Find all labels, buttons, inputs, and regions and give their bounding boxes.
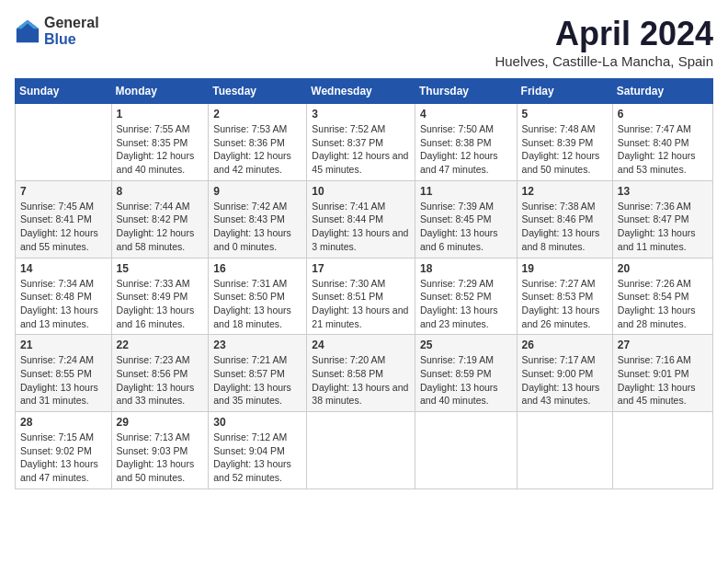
logo-text: General Blue (44, 15, 99, 47)
weekday-header-saturday: Saturday (612, 79, 712, 104)
day-info: Sunrise: 7:42 AM Sunset: 8:43 PM Dayligh… (213, 200, 301, 254)
day-info: Sunrise: 7:39 AM Sunset: 8:45 PM Dayligh… (420, 200, 512, 254)
day-number: 30 (213, 416, 301, 429)
daylight-text: Daylight: 13 hours and 45 minutes. (618, 381, 708, 408)
calendar-cell: 30 Sunrise: 7:12 AM Sunset: 9:04 PM Dayl… (209, 412, 307, 489)
logo-blue-text: Blue (44, 31, 99, 48)
sunrise-text: Sunrise: 7:23 AM (117, 353, 204, 367)
month-title: April 2024 (495, 15, 713, 53)
weekday-header-friday: Friday (517, 79, 612, 104)
calendar-cell: 25 Sunrise: 7:19 AM Sunset: 8:59 PM Dayl… (415, 335, 517, 412)
sunrise-text: Sunrise: 7:15 AM (20, 431, 107, 444)
day-number: 17 (312, 262, 410, 275)
sunset-text: Sunset: 8:43 PM (213, 213, 301, 226)
daylight-text: Daylight: 13 hours and 18 minutes. (213, 304, 301, 330)
sunrise-text: Sunrise: 7:33 AM (117, 277, 204, 291)
daylight-text: Daylight: 12 hours and 53 minutes. (618, 149, 708, 176)
day-number: 15 (117, 262, 204, 275)
day-number: 5 (522, 108, 608, 121)
calendar-cell: 16 Sunrise: 7:31 AM Sunset: 8:50 PM Dayl… (209, 258, 307, 335)
day-number: 28 (20, 416, 107, 429)
sunrise-text: Sunrise: 7:48 AM (522, 122, 608, 136)
day-number: 11 (420, 185, 512, 198)
day-number: 14 (20, 262, 107, 275)
calendar-cell (16, 104, 112, 181)
sunset-text: Sunset: 8:45 PM (420, 213, 512, 226)
day-number: 4 (420, 108, 512, 121)
daylight-text: Daylight: 13 hours and 47 minutes. (20, 457, 107, 484)
sunrise-text: Sunrise: 7:24 AM (20, 353, 107, 367)
sunrise-text: Sunrise: 7:30 AM (312, 277, 410, 291)
day-info: Sunrise: 7:20 AM Sunset: 8:58 PM Dayligh… (312, 353, 410, 408)
weekday-header-monday: Monday (111, 79, 209, 104)
sunrise-text: Sunrise: 7:45 AM (20, 200, 107, 213)
sunrise-text: Sunrise: 7:29 AM (420, 277, 512, 291)
sunset-text: Sunset: 8:52 PM (420, 290, 512, 304)
sunrise-text: Sunrise: 7:27 AM (522, 277, 608, 291)
day-info: Sunrise: 7:13 AM Sunset: 9:03 PM Dayligh… (117, 431, 204, 485)
sunrise-text: Sunrise: 7:20 AM (312, 353, 410, 367)
sunset-text: Sunset: 9:04 PM (213, 444, 301, 458)
day-number: 1 (117, 108, 204, 121)
calendar-cell: 5 Sunrise: 7:48 AM Sunset: 8:39 PM Dayli… (517, 104, 612, 181)
calendar-cell: 8 Sunrise: 7:44 AM Sunset: 8:42 PM Dayli… (111, 180, 209, 258)
calendar-cell: 15 Sunrise: 7:33 AM Sunset: 8:49 PM Dayl… (111, 258, 209, 335)
day-info: Sunrise: 7:50 AM Sunset: 8:38 PM Dayligh… (420, 122, 512, 177)
day-number: 20 (618, 262, 708, 275)
day-info: Sunrise: 7:36 AM Sunset: 8:47 PM Dayligh… (618, 200, 708, 254)
daylight-text: Daylight: 13 hours and 50 minutes. (117, 457, 204, 484)
sunset-text: Sunset: 8:37 PM (312, 136, 410, 150)
sunrise-text: Sunrise: 7:26 AM (618, 277, 708, 291)
sunrise-text: Sunrise: 7:38 AM (522, 200, 608, 213)
day-number: 7 (20, 185, 107, 198)
daylight-text: Daylight: 13 hours and 23 minutes. (420, 304, 512, 330)
day-info: Sunrise: 7:21 AM Sunset: 8:57 PM Dayligh… (213, 353, 301, 408)
day-info: Sunrise: 7:23 AM Sunset: 8:56 PM Dayligh… (117, 353, 204, 408)
daylight-text: Daylight: 13 hours and 6 minutes. (420, 226, 512, 253)
week-row-4: 21 Sunrise: 7:24 AM Sunset: 8:55 PM Dayl… (16, 335, 713, 412)
calendar-cell: 29 Sunrise: 7:13 AM Sunset: 9:03 PM Dayl… (111, 412, 209, 489)
calendar-cell (612, 412, 712, 489)
weekday-header-sunday: Sunday (16, 79, 112, 104)
weekday-header-thursday: Thursday (415, 79, 517, 104)
logo-general-text: General (44, 15, 99, 31)
day-number: 26 (522, 339, 608, 351)
calendar-cell: 24 Sunrise: 7:20 AM Sunset: 8:58 PM Dayl… (307, 335, 415, 412)
day-info: Sunrise: 7:44 AM Sunset: 8:42 PM Dayligh… (117, 200, 204, 254)
title-block: April 2024 Huelves, Castille-La Mancha, … (495, 15, 713, 69)
sunrise-text: Sunrise: 7:55 AM (117, 122, 204, 136)
sunset-text: Sunset: 8:54 PM (618, 290, 708, 304)
logo-icon (15, 18, 40, 44)
sunset-text: Sunset: 8:57 PM (213, 367, 301, 381)
sunset-text: Sunset: 8:46 PM (522, 213, 608, 226)
calendar-cell (517, 412, 612, 489)
day-number: 21 (20, 339, 107, 351)
day-number: 24 (312, 339, 410, 351)
day-info: Sunrise: 7:33 AM Sunset: 8:49 PM Dayligh… (117, 277, 204, 331)
calendar-cell: 6 Sunrise: 7:47 AM Sunset: 8:40 PM Dayli… (612, 104, 712, 181)
sunset-text: Sunset: 8:41 PM (20, 213, 107, 226)
calendar-cell: 21 Sunrise: 7:24 AM Sunset: 8:55 PM Dayl… (16, 335, 112, 412)
daylight-text: Daylight: 13 hours and 43 minutes. (522, 381, 608, 408)
daylight-text: Daylight: 13 hours and 52 minutes. (213, 457, 301, 484)
day-info: Sunrise: 7:12 AM Sunset: 9:04 PM Dayligh… (213, 431, 301, 485)
day-info: Sunrise: 7:41 AM Sunset: 8:44 PM Dayligh… (312, 200, 410, 254)
daylight-text: Daylight: 12 hours and 55 minutes. (20, 226, 107, 253)
calendar-cell: 3 Sunrise: 7:52 AM Sunset: 8:37 PM Dayli… (307, 104, 415, 181)
day-info: Sunrise: 7:45 AM Sunset: 8:41 PM Dayligh… (20, 200, 107, 254)
day-number: 12 (522, 185, 608, 198)
week-row-1: 1 Sunrise: 7:55 AM Sunset: 8:35 PM Dayli… (16, 104, 713, 181)
sunset-text: Sunset: 8:50 PM (213, 290, 301, 304)
day-number: 29 (117, 416, 204, 429)
day-info: Sunrise: 7:47 AM Sunset: 8:40 PM Dayligh… (618, 122, 708, 177)
header: General Blue April 2024 Huelves, Castill… (15, 15, 713, 69)
calendar-cell: 19 Sunrise: 7:27 AM Sunset: 8:53 PM Dayl… (517, 258, 612, 335)
day-number: 2 (213, 108, 301, 121)
calendar-cell: 10 Sunrise: 7:41 AM Sunset: 8:44 PM Dayl… (307, 180, 415, 258)
sunrise-text: Sunrise: 7:31 AM (213, 277, 301, 291)
sunrise-text: Sunrise: 7:13 AM (117, 431, 204, 444)
day-number: 27 (618, 339, 708, 351)
sunset-text: Sunset: 8:47 PM (618, 213, 708, 226)
weekday-header-wednesday: Wednesday (307, 79, 415, 104)
sunset-text: Sunset: 8:53 PM (522, 290, 608, 304)
